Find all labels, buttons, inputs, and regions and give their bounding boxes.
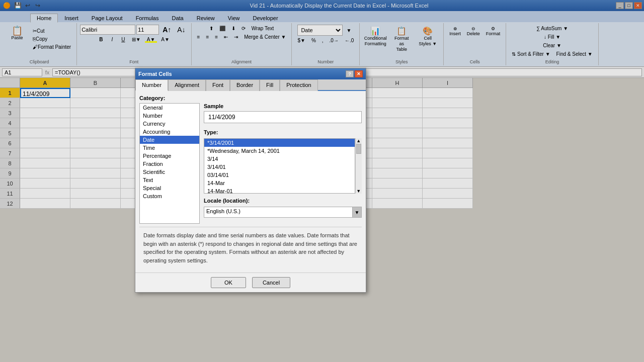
scrollbar-up-btn[interactable]: ▲	[356, 138, 362, 143]
dialog-tab-alignment[interactable]: Alignment	[168, 79, 206, 91]
dialog-help-btn[interactable]: ?	[346, 70, 354, 77]
dialog-main-row: General Number Currency Accounting Date …	[139, 103, 362, 224]
modal-overlay: Format Cells ? ✕ Number Alignment Font B…	[0, 0, 644, 362]
locale-value: English (U.S.)	[204, 207, 352, 217]
category-fraction[interactable]: Fraction	[140, 160, 199, 168]
dialog-controls: ? ✕	[346, 70, 363, 77]
sample-value: 11/4/2009	[204, 111, 362, 123]
dialog-tab-border[interactable]: Border	[230, 79, 260, 91]
cancel-button[interactable]: Cancel	[252, 277, 290, 288]
description-box: Date formats display date and time seria…	[139, 227, 362, 268]
category-label: Category:	[139, 95, 362, 101]
category-list[interactable]: General Number Currency Accounting Date …	[139, 103, 200, 224]
dialog-tab-fill[interactable]: Fill	[260, 79, 280, 91]
category-date[interactable]: Date	[140, 136, 199, 144]
type-list-scrollbar[interactable]: ▲ ▼	[355, 138, 362, 194]
category-special[interactable]: Special	[140, 184, 199, 192]
category-number[interactable]: Number	[140, 112, 199, 120]
scrollbar-down-btn[interactable]: ▼	[356, 189, 362, 194]
type-item-5[interactable]: 14-Mar	[204, 179, 355, 187]
locale-label: Locale (location):	[204, 198, 362, 204]
dialog-footer: OK Cancel	[135, 273, 366, 292]
type-item-2[interactable]: 3/14	[204, 155, 355, 163]
category-currency[interactable]: Currency	[140, 120, 199, 128]
category-percentage[interactable]: Percentage	[140, 152, 199, 160]
ok-button[interactable]: OK	[211, 277, 246, 288]
type-item-3[interactable]: 3/14/01	[204, 163, 355, 171]
category-section: General Number Currency Accounting Date …	[139, 103, 200, 224]
scrollbar-thumb[interactable]	[356, 144, 361, 154]
type-list[interactable]: *3/14/2001 *Wednesday, March 14, 2001 3/…	[204, 138, 355, 194]
dialog-titlebar[interactable]: Format Cells ? ✕	[135, 68, 366, 79]
type-list-wrapper: *3/14/2001 *Wednesday, March 14, 2001 3/…	[204, 138, 362, 194]
dialog-tab-font[interactable]: Font	[206, 79, 230, 91]
format-cells-dialog: Format Cells ? ✕ Number Alignment Font B…	[135, 68, 366, 293]
locale-dropdown[interactable]: English (U.S.) ▼	[204, 207, 362, 218]
category-scientific[interactable]: Scientific	[140, 168, 199, 176]
dialog-close-btn[interactable]: ✕	[355, 70, 363, 77]
dialog-title: Format Cells	[138, 71, 172, 77]
category-time[interactable]: Time	[140, 144, 199, 152]
dialog-tab-number[interactable]: Number	[135, 79, 168, 91]
dialog-tab-protection[interactable]: Protection	[280, 79, 318, 91]
category-accounting[interactable]: Accounting	[140, 128, 199, 136]
type-item-4[interactable]: 03/14/01	[204, 171, 355, 179]
dialog-tabs: Number Alignment Font Border Fill Protec…	[135, 79, 366, 91]
category-general[interactable]: General	[140, 104, 199, 112]
type-label: Type:	[204, 129, 362, 135]
category-text[interactable]: Text	[140, 176, 199, 184]
dialog-body-content: Category: General Number Currency Accoun…	[135, 91, 366, 273]
type-item-6[interactable]: 14-Mar-01	[204, 187, 355, 194]
right-panel: Sample 11/4/2009 Type: *3/14/2001 *Wedne…	[204, 103, 362, 224]
type-item-0[interactable]: *3/14/2001	[204, 139, 355, 147]
locale-dropdown-arrow[interactable]: ▼	[352, 207, 361, 217]
sample-label: Sample	[204, 103, 362, 109]
category-custom[interactable]: Custom	[140, 192, 199, 200]
type-item-1[interactable]: *Wednesday, March 14, 2001	[204, 147, 355, 155]
